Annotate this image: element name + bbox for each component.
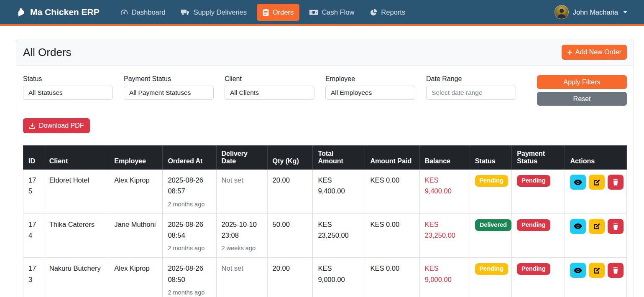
download-icon [29, 122, 36, 129]
nav-item-supply-deliveries[interactable]: Supply Deliveries [175, 4, 252, 21]
plus-icon [567, 50, 572, 55]
filter-select[interactable]: All Statuses [23, 86, 113, 100]
client-cell: Thika Caterers [44, 213, 109, 258]
trash-icon [613, 179, 618, 185]
payment-status-badge: Pending [517, 219, 550, 231]
view-order-button[interactable] [570, 263, 586, 278]
filter-label: Employee [325, 75, 415, 83]
amount-paid-cell: KES 0.00 [365, 213, 419, 258]
filter-label: Payment Status [124, 75, 214, 83]
eye-icon [574, 179, 582, 185]
filter-group-client: ClientAll Clients [225, 75, 314, 106]
delete-order-button[interactable] [608, 175, 624, 190]
ordered-at-date: 2025-08-26 08:54 [168, 219, 211, 241]
view-order-button[interactable] [570, 219, 586, 234]
balance-cell: KES 9,400.00 [419, 170, 470, 214]
client-cell: Eldoret Hotel [44, 170, 109, 214]
status-cell: Delivered [470, 213, 512, 258]
balance-amount: KES 9,000.00 [425, 263, 465, 285]
ordered-at-relative: 2 months ago [168, 289, 211, 297]
payment-status-cell: Pending [512, 170, 565, 214]
ordered-at-date: 2025-08-26 08:57 [168, 175, 211, 197]
edit-icon [593, 179, 601, 186]
client-name: Nakuru Butchery [49, 263, 104, 274]
download-pdf-button[interactable]: Download PDF [23, 118, 90, 133]
reset-filters-button[interactable]: Reset [537, 92, 627, 106]
brand[interactable]: Ma Chicken ERP [17, 7, 100, 17]
add-new-order-button[interactable]: Add New Order [562, 45, 627, 60]
employee-cell: Alex Kiprop [109, 258, 163, 297]
ordered-at-cell: 2025-08-26 08:542 months ago [163, 213, 216, 258]
card-body: StatusAll StatusesPayment StatusAll Paym… [16, 66, 634, 297]
delivery-date-cell: Not set [216, 258, 267, 297]
filter-select[interactable]: All Employees [325, 86, 415, 100]
delivery-date-not-set: Not set [222, 175, 262, 185]
ordered-at-relative: 2 months ago [168, 244, 211, 252]
nav-item-label: Supply Deliveries [193, 8, 246, 16]
filter-group-payment-status: Payment StatusAll Payment Statuses [124, 75, 214, 106]
client-name: Thika Caterers [49, 219, 104, 230]
brand-name: Ma Chicken ERP [30, 7, 100, 17]
filter-label: Date Range [426, 75, 516, 83]
trash-icon [613, 267, 618, 274]
ordered-at-cell: 2025-08-26 08:572 months ago [163, 170, 216, 214]
status-badge: Pending [475, 175, 508, 187]
order-id-cell: 174 [23, 213, 44, 258]
balance-amount: KES 9,400.00 [425, 175, 465, 197]
edit-order-button[interactable] [589, 219, 605, 234]
truck-icon [181, 9, 189, 15]
edit-order-button[interactable] [589, 175, 605, 190]
orders-card: All Orders Add New Order StatusAll Statu… [16, 39, 634, 297]
client-cell: Nakuru Butchery [44, 258, 109, 297]
employee-name: Alex Kiprop [114, 175, 157, 185]
order-id: 174 [28, 219, 39, 241]
amount-paid-cell: KES 0.00 [365, 170, 419, 214]
column-header-ordered-at: Ordered At [163, 146, 216, 170]
orders-clipboard-icon [263, 9, 269, 16]
trash-icon [613, 223, 618, 230]
total-amount-cell: KES 9,000.00 [313, 258, 365, 297]
filter-label: Status [23, 75, 113, 83]
cash-icon [309, 9, 318, 15]
apply-filters-button[interactable]: Apply Filters [537, 75, 627, 89]
order-id: 175 [28, 175, 39, 197]
page-title: All Orders [23, 46, 72, 59]
date-range-input[interactable]: Select date range [426, 86, 516, 100]
delivery-date-relative: 2 weeks ago [222, 244, 262, 252]
column-header-employee: Employee [109, 146, 163, 170]
order-row-174: 174Thika CaterersJane Muthoni2025-08-26 … [23, 213, 627, 258]
top-navbar: Ma Chicken ERP DashboardSupply Deliverie… [0, 0, 644, 26]
total-amount: KES 9,400.00 [318, 175, 360, 197]
delivery-date: 2025-10-10 23:08 [222, 219, 262, 241]
nav-item-label: Dashboard [132, 8, 166, 16]
nav-item-dashboard[interactable]: Dashboard [115, 4, 171, 21]
eye-icon [574, 267, 582, 274]
edit-order-button[interactable] [589, 263, 605, 278]
order-id-cell: 175 [23, 170, 44, 214]
actions-cell [565, 170, 627, 214]
nav-item-cash-flow[interactable]: Cash Flow [304, 4, 360, 21]
nav-item-reports[interactable]: Reports [364, 4, 411, 21]
filter-selected-value: All Employees [331, 89, 372, 96]
ordered-at-relative: 2 months ago [168, 201, 211, 208]
qty-cell: 20.00 [267, 170, 313, 214]
balance-cell: KES 9,000.00 [419, 258, 470, 297]
filter-select[interactable]: All Clients [225, 86, 314, 100]
ordered-at-date: 2025-08-26 08:50 [168, 263, 211, 285]
total-amount-cell: KES 23,250.00 [313, 213, 365, 258]
view-order-button[interactable] [570, 175, 586, 190]
delete-order-button[interactable] [608, 219, 624, 234]
filter-group-status: StatusAll Statuses [23, 75, 113, 106]
filter-select[interactable]: All Payment Statuses [124, 86, 214, 100]
user-menu[interactable]: John Macharia [555, 5, 627, 19]
add-new-order-label: Add New Order [575, 48, 621, 56]
nav-item-orders[interactable]: Orders [257, 4, 299, 21]
status-badge: Pending [475, 263, 508, 275]
delete-order-button[interactable] [608, 263, 624, 278]
amount-paid: KES 0.00 [370, 175, 414, 185]
card-header: All Orders Add New Order [16, 39, 634, 66]
order-row-175: 175Eldoret HotelAlex Kiprop2025-08-26 08… [23, 170, 627, 214]
delivery-date-cell: Not set [216, 170, 267, 214]
dashboard-icon [120, 9, 128, 16]
chicken-logo-icon [17, 8, 26, 17]
